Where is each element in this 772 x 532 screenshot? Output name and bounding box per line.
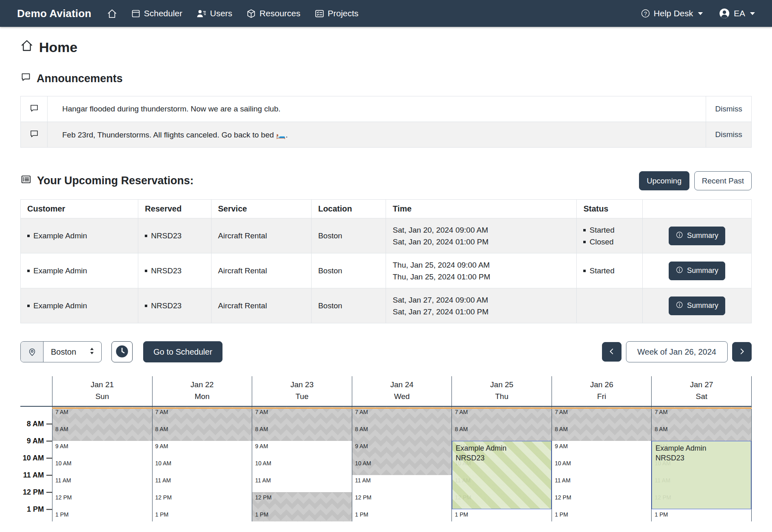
reservation-row: Example AdminNRSD23Aircraft RentalBoston… [21,218,752,253]
day-column[interactable]: 7 AM8 AM9 AM10 AM11 AM12 PM1 PMExample A… [451,407,552,521]
house-icon [107,9,117,19]
column-header: Customer [21,200,138,218]
location-cell: Boston [312,218,386,253]
box-icon [246,9,256,19]
service-cell: Aircraft Rental [212,253,312,288]
user-menu[interactable]: EA [718,7,755,20]
go-to-scheduler-button[interactable]: Go to Scheduler [143,341,222,362]
day-date: Jan 25 [452,379,552,391]
slot-time-label: 1 PM [652,509,751,518]
announcements-table: Hangar flooded during thunderstorm. Now … [20,96,752,148]
summary-button[interactable]: Summary [669,227,725,245]
week-calendar: Jan 21SunJan 22MonJan 23TueJan 24WedJan … [20,376,752,521]
reservations-header-row: CustomerReservedServiceLocationTimeStatu… [21,200,752,218]
week-label-button[interactable]: Week of Jan 26, 2024 [626,341,728,362]
page-title: Home [20,39,752,55]
slot-time-label: 11 AM [552,475,652,484]
info-circle-icon [676,266,683,276]
day-name: Tue [252,391,352,403]
day-header: Jan 22Mon [152,376,252,406]
slot-time-label: 8 AM [252,424,352,432]
slot-time-label: 8 AM [352,424,452,432]
nav-projects[interactable]: Projects [314,9,359,19]
slot-time-label: 10 AM [352,458,452,467]
slot-time-label: 1 PM [252,509,352,518]
reservation-event[interactable]: Example AdminNRSD23 [652,441,751,509]
slot-time-label: 10 AM [252,458,352,467]
location-cell: Boston [312,253,386,288]
location-cell: Boston [312,288,386,323]
announcement-text: Hangar flooded during thunderstorm. Now … [48,96,706,122]
slot-time-label: 12 PM [252,492,352,501]
person-lines-icon [196,8,207,19]
day-date: Jan 26 [552,379,652,391]
reservations-heading: Your Upcoming Reservations: [20,174,194,188]
day-column[interactable]: 7 AM8 AM9 AM10 AM11 AM12 PM1 PM [52,407,152,521]
day-column[interactable]: 7 AM8 AM9 AM10 AM11 AM12 PM1 PM [352,407,452,521]
info-circle-icon [676,301,683,311]
time-line: Sat, Jan 27, 2024 01:00 PM [393,306,570,318]
column-header [643,200,752,218]
event-subtitle: NRSD23 [456,453,548,463]
day-name: Thu [452,391,552,403]
status-cell: Started [577,253,643,288]
status-badge: Started [583,224,636,236]
service-cell: Aircraft Rental [212,288,312,323]
summary-button[interactable]: Summary [669,297,725,315]
day-column[interactable]: 7 AM8 AM9 AM10 AM11 AM12 PM1 PM [152,407,252,521]
slot-time-label: 11 AM [52,475,152,484]
event-title: Example Admin [655,443,748,453]
slot-time-label: 11 AM [352,475,452,484]
slot-time-label: 9 AM [252,441,352,449]
slot-time-label: 9 AM [153,441,252,449]
slot-time-label: 1 PM [153,509,252,518]
slot-time-label: 1 PM [52,509,152,518]
upcoming-filter-button[interactable]: Upcoming [639,171,689,190]
day-header: Jan 21Sun [52,376,152,406]
chat-square-icon [21,96,48,122]
action-cell: Summary [643,253,752,288]
event-title: Example Admin [456,443,548,453]
chat-square-icon [21,122,48,148]
brand[interactable]: Demo Aviation [17,7,92,20]
column-header: Time [386,200,577,218]
time-line: Sat, Jan 27, 2024 09:00 AM [393,294,570,306]
question-circle-icon: ? [641,9,650,18]
navbar-right: ? Help Desk EA [641,7,755,20]
nav-scheduler[interactable]: Scheduler [131,9,183,18]
day-column[interactable]: 7 AM8 AM9 AM10 AM11 AM12 PM1 PM [252,407,352,521]
previous-week-button[interactable] [602,342,622,362]
column-header: Reserved [138,200,212,218]
card-checklist-icon [314,9,325,19]
reservation-event[interactable]: Example AdminNRSD23 [452,441,552,509]
location-select[interactable]: Boston [44,342,101,362]
slot-time-label: 12 PM [153,492,252,501]
day-date: Jan 27 [652,379,751,391]
day-name: Fri [552,391,652,403]
column-header: Service [212,200,312,218]
announcements-heading: Announcements [20,72,752,85]
day-column[interactable]: 7 AM8 AM9 AM10 AM11 AM12 PM1 PM [552,407,652,521]
current-time-indicator [52,408,752,409]
column-header: Location [312,200,386,218]
nav-resources[interactable]: Resources [246,9,300,19]
nav-home[interactable] [107,9,117,19]
nav-users[interactable]: Users [196,8,232,19]
recent-past-filter-button[interactable]: Recent Past [694,171,752,190]
service-cell: Aircraft Rental [212,218,312,253]
chat-square-icon [20,72,31,85]
time-settings-button[interactable] [111,341,133,362]
announcement-row: Feb 23rd, Thunderstorms. All flights can… [21,122,752,148]
help-desk-menu[interactable]: ? Help Desk [641,9,703,18]
next-week-button[interactable] [732,342,752,362]
axis-time-label: 11 AM [23,471,52,480]
summary-button[interactable]: Summary [669,262,725,280]
announcement-row: Hangar flooded during thunderstorm. Now … [21,96,752,122]
day-header: Jan 26Fri [552,376,652,406]
dismiss-button[interactable]: Dismiss [706,96,752,122]
time-cell: Sat, Jan 27, 2024 09:00 AMSat, Jan 27, 2… [386,288,577,323]
axis-time-label: 12 PM [23,488,52,497]
dismiss-button[interactable]: Dismiss [706,122,752,148]
day-column[interactable]: 7 AM8 AM9 AM10 AM11 AM12 PM1 PMExample A… [651,407,752,521]
column-header: Status [577,200,643,218]
